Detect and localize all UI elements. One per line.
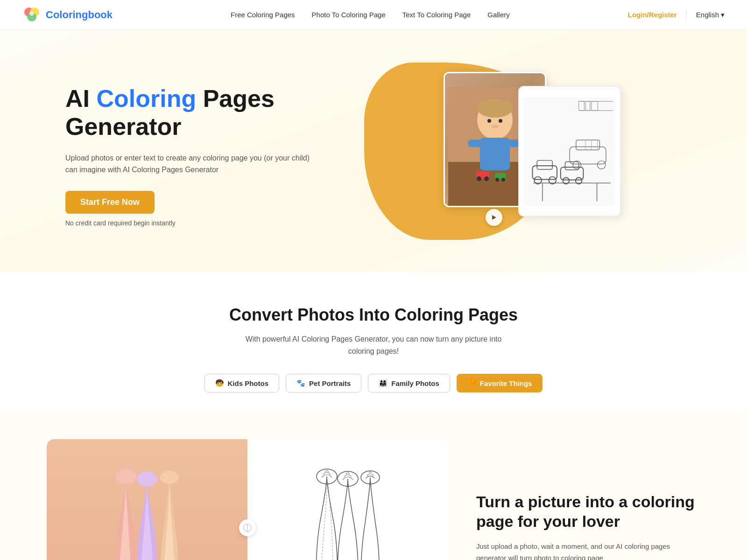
language-selector[interactable]: English ▾ bbox=[696, 11, 725, 19]
svg-point-18 bbox=[495, 178, 499, 182]
svg-point-48 bbox=[137, 471, 157, 486]
convert-title: Convert Photos Into Coloring Pages bbox=[19, 305, 728, 325]
nav-free-coloring[interactable]: Free Coloring Pages bbox=[231, 11, 295, 19]
start-free-button[interactable]: Start Free Now bbox=[65, 191, 155, 214]
convert-section: Convert Photos Into Coloring Pages With … bbox=[0, 273, 747, 411]
no-credit-card-note: No credit card required begin instantly bbox=[65, 219, 317, 227]
icecream-photo-side bbox=[47, 439, 247, 560]
play-icon bbox=[491, 214, 497, 221]
icecream-sketch-side bbox=[247, 439, 448, 560]
svg-point-50 bbox=[160, 471, 179, 484]
paw-icon: 🐾 bbox=[296, 379, 305, 387]
logo[interactable]: Coloringbook bbox=[22, 6, 113, 24]
hero-subtitle: Upload photos or enter text to create an… bbox=[65, 152, 317, 176]
family-icon: 👨‍👩‍👧 bbox=[379, 379, 388, 387]
svg-point-3 bbox=[29, 11, 34, 16]
logo-text-1: Coloring bbox=[46, 9, 88, 21]
feature-section: Turn a picture into a coloring page for … bbox=[0, 411, 747, 560]
nav-photo-to[interactable]: Photo To Coloring Page bbox=[312, 11, 386, 19]
tab-family-photos[interactable]: 👨‍👩‍👧 Family Photos bbox=[368, 374, 450, 392]
header-right: Login/Register English ▾ bbox=[628, 10, 725, 20]
category-tabs: 🧒 Kids Photos 🐾 Pet Portraits 👨‍👩‍👧 Fami… bbox=[19, 374, 728, 392]
nav-text-to[interactable]: Text To Coloring Page bbox=[402, 11, 471, 19]
hero-section: AI Coloring PagesGenerator Upload photos… bbox=[0, 30, 747, 273]
hero-sketch-image bbox=[518, 86, 621, 217]
login-register-link[interactable]: Login/Register bbox=[628, 11, 677, 19]
tab-favorite-label: Favorite Things bbox=[480, 379, 532, 387]
tab-family-label: Family Photos bbox=[391, 379, 439, 387]
tab-kids-photos[interactable]: 🧒 Kids Photos bbox=[204, 374, 280, 392]
heart-icon: 🧡 bbox=[467, 379, 476, 387]
chevron-down-icon: ▾ bbox=[721, 11, 725, 19]
logo-text: Coloringbook bbox=[46, 9, 113, 21]
svg-point-13 bbox=[491, 125, 499, 128]
tab-pet-portraits[interactable]: 🐾 Pet Portraits bbox=[286, 374, 361, 392]
feature-description: Just upload a photo, wait a moment, and … bbox=[476, 541, 700, 560]
car-sketch-svg bbox=[524, 93, 615, 209]
tab-kids-label: Kids Photos bbox=[228, 379, 269, 387]
svg-point-12 bbox=[499, 119, 502, 123]
logo-text-2: book bbox=[88, 9, 113, 21]
header-divider bbox=[686, 10, 687, 20]
header: Coloringbook Free Coloring Pages Photo T… bbox=[0, 0, 747, 30]
svg-point-15 bbox=[477, 176, 481, 181]
hero-images bbox=[444, 72, 621, 240]
feature-text-area: Turn a picture into a coloring page for … bbox=[476, 492, 700, 560]
svg-rect-8 bbox=[480, 138, 510, 170]
feature-title: Turn a picture into a coloring page for … bbox=[476, 492, 700, 532]
icecream-color-svg bbox=[100, 458, 194, 560]
hero-content: AI Coloring PagesGenerator Upload photos… bbox=[65, 85, 317, 227]
svg-point-19 bbox=[501, 178, 505, 182]
hero-image-area bbox=[355, 58, 710, 254]
tab-pets-label: Pet Portraits bbox=[309, 379, 351, 387]
main-nav: Free Coloring Pages Photo To Coloring Pa… bbox=[231, 11, 510, 19]
play-button[interactable] bbox=[486, 209, 502, 226]
hero-coloring-word: Coloring bbox=[96, 85, 196, 112]
svg-point-46 bbox=[116, 469, 136, 484]
lang-label: English bbox=[696, 11, 719, 19]
hero-title: AI Coloring PagesGenerator bbox=[65, 85, 317, 141]
svg-point-7 bbox=[477, 99, 513, 118]
convert-subtitle: With powerful AI Coloring Pages Generato… bbox=[233, 333, 514, 357]
icecream-sketch-svg bbox=[301, 458, 395, 560]
logo-icon bbox=[22, 6, 41, 24]
tab-favorite-things[interactable]: 🧡 Favorite Things bbox=[457, 374, 543, 392]
svg-point-11 bbox=[487, 119, 491, 123]
svg-point-16 bbox=[484, 176, 489, 181]
svg-rect-9 bbox=[468, 140, 482, 147]
feature-image-box bbox=[47, 439, 448, 560]
split-divider bbox=[239, 519, 256, 536]
svg-marker-44 bbox=[492, 215, 496, 220]
nav-gallery[interactable]: Gallery bbox=[487, 11, 510, 19]
person-icon: 🧒 bbox=[215, 379, 224, 387]
split-icon bbox=[243, 524, 252, 532]
